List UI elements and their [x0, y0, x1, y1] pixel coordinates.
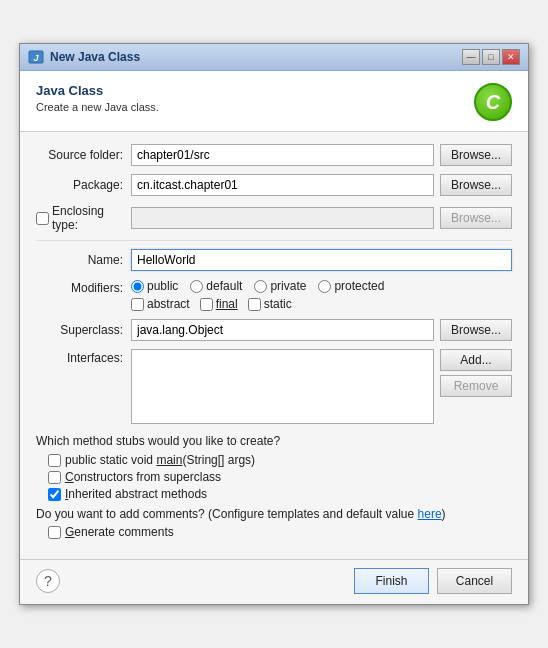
comments-link[interactable]: here — [418, 507, 442, 521]
package-input[interactable] — [131, 174, 434, 196]
name-label: Name: — [36, 253, 131, 267]
help-button[interactable]: ? — [36, 569, 60, 593]
stub-inherited-checkbox[interactable] — [48, 488, 61, 501]
modifier-private-radio[interactable] — [254, 280, 267, 293]
modifier-default-radio[interactable] — [190, 280, 203, 293]
modifier-private[interactable]: private — [254, 279, 306, 293]
modifiers-label: Modifiers: — [36, 279, 131, 295]
stub-main: public static void main(String[] args) — [36, 453, 512, 467]
help-icon: ? — [44, 573, 52, 589]
generate-comments-row: Generate comments — [36, 525, 512, 539]
enclosing-type-row: Enclosing type: Browse... — [36, 204, 512, 232]
dialog-header: Java Class Create a new Java class. C — [20, 71, 528, 132]
stub-main-label: public static void main(String[] args) — [65, 453, 255, 467]
modifier-protected[interactable]: protected — [318, 279, 384, 293]
superclass-label: Superclass: — [36, 323, 131, 337]
interfaces-add-button[interactable]: Add... — [440, 349, 512, 371]
stubs-section-label: Which method stubs would you like to cre… — [36, 434, 512, 448]
name-input-group — [131, 249, 512, 271]
header-subtitle: Create a new Java class. — [36, 101, 159, 113]
interfaces-label: Interfaces: — [36, 349, 131, 365]
footer-buttons: Finish Cancel — [354, 568, 512, 594]
close-button[interactable]: ✕ — [502, 49, 520, 65]
superclass-browse-button[interactable]: Browse... — [440, 319, 512, 341]
enclosing-type-checkbox[interactable] — [36, 212, 49, 225]
modifier-default[interactable]: default — [190, 279, 242, 293]
comments-question-text: Do you want to add comments? (Configure … — [36, 507, 414, 521]
interfaces-remove-button[interactable]: Remove — [440, 375, 512, 397]
source-folder-input-group: Browse... — [131, 144, 512, 166]
access-modifier-group: public default private protected — [131, 279, 512, 293]
source-folder-input[interactable] — [131, 144, 434, 166]
cancel-button[interactable]: Cancel — [437, 568, 512, 594]
generate-comments-checkbox[interactable] — [48, 526, 61, 539]
stub-constructors: Constructors from superclass — [36, 470, 512, 484]
modifier-static[interactable]: static — [248, 297, 292, 311]
interfaces-row: Interfaces: Add... Remove — [36, 349, 512, 424]
dialog-footer: ? Finish Cancel — [20, 559, 528, 604]
modifier-public[interactable]: public — [131, 279, 178, 293]
name-row: Name: — [36, 249, 512, 271]
modifier-protected-radio[interactable] — [318, 280, 331, 293]
enclosing-type-label-area: Enclosing type: — [36, 204, 131, 232]
superclass-input[interactable] — [131, 319, 434, 341]
superclass-input-group: Browse... — [131, 319, 512, 341]
generate-comments-label: Generate comments — [65, 525, 174, 539]
package-label: Package: — [36, 178, 131, 192]
finish-button[interactable]: Finish — [354, 568, 429, 594]
modifier-final[interactable]: final — [200, 297, 238, 311]
package-input-group: Browse... — [131, 174, 512, 196]
name-input[interactable] — [131, 249, 512, 271]
enclosing-type-input[interactable] — [131, 207, 434, 229]
other-modifier-group: abstract final static — [131, 297, 512, 311]
package-row: Package: Browse... — [36, 174, 512, 196]
new-java-class-dialog: J New Java Class — □ ✕ Java Class Create… — [19, 43, 529, 605]
stub-constructors-checkbox[interactable] — [48, 471, 61, 484]
header-title: Java Class — [36, 83, 159, 98]
modifier-abstract-checkbox[interactable] — [131, 298, 144, 311]
header-text: Java Class Create a new Java class. — [36, 83, 159, 113]
stub-inherited: Inherited abstract methods — [36, 487, 512, 501]
enclosing-type-label: Enclosing type: — [52, 204, 127, 232]
source-folder-row: Source folder: Browse... — [36, 144, 512, 166]
dialog-title: New Java Class — [50, 50, 140, 64]
stub-constructors-label: Constructors from superclass — [65, 470, 221, 484]
enclosing-type-browse-button[interactable]: Browse... — [440, 207, 512, 229]
stub-inherited-label: Inherited abstract methods — [65, 487, 207, 501]
modifier-abstract[interactable]: abstract — [131, 297, 190, 311]
modifiers-content: public default private protected abstrac… — [131, 279, 512, 311]
minimize-button[interactable]: — — [462, 49, 480, 65]
modifier-public-radio[interactable] — [131, 280, 144, 293]
source-folder-label: Source folder: — [36, 148, 131, 162]
superclass-row: Superclass: Browse... — [36, 319, 512, 341]
interfaces-buttons: Add... Remove — [440, 349, 512, 424]
maximize-button[interactable]: □ — [482, 49, 500, 65]
title-bar-left: J New Java Class — [28, 49, 140, 65]
comments-question: Do you want to add comments? (Configure … — [36, 507, 512, 521]
dialog-icon: J — [28, 49, 44, 65]
dialog-body: Source folder: Browse... Package: Browse… — [20, 132, 528, 559]
enclosing-type-input-group: Browse... — [131, 207, 512, 229]
modifiers-row: Modifiers: public default private protec… — [36, 279, 512, 311]
interfaces-content: Add... Remove — [131, 349, 512, 424]
title-bar-buttons: — □ ✕ — [462, 49, 520, 65]
source-folder-browse-button[interactable]: Browse... — [440, 144, 512, 166]
divider-1 — [36, 240, 512, 241]
stub-main-checkbox[interactable] — [48, 454, 61, 467]
comments-section: Do you want to add comments? (Configure … — [36, 507, 512, 539]
package-browse-button[interactable]: Browse... — [440, 174, 512, 196]
modifier-static-checkbox[interactable] — [248, 298, 261, 311]
modifier-final-checkbox[interactable] — [200, 298, 213, 311]
stubs-section: Which method stubs would you like to cre… — [36, 434, 512, 501]
interfaces-list[interactable] — [131, 349, 434, 424]
java-icon: C — [474, 83, 512, 121]
title-bar: J New Java Class — □ ✕ — [20, 44, 528, 71]
